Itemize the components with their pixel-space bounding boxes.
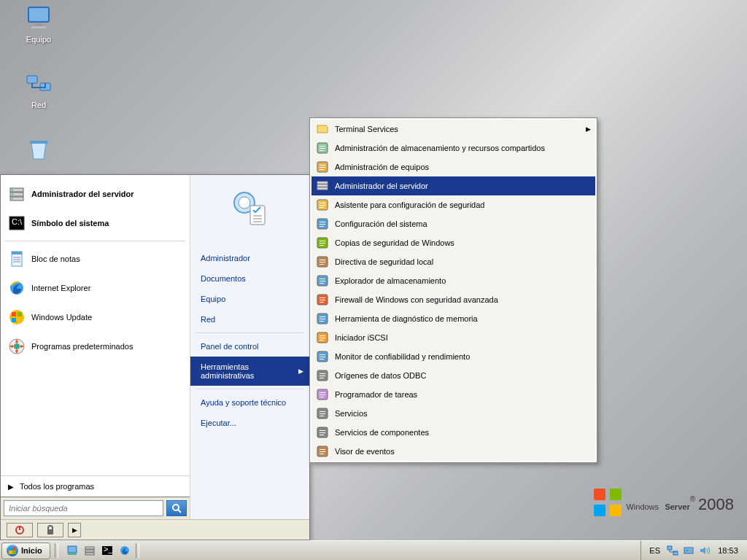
svg-text:C:\: C:\ [12,217,23,226]
submenu-item-label: Configuración del sistema [335,219,427,228]
quick-launch-command-prompt[interactable]: >_ [99,542,115,559]
svg-rect-2 [31,26,46,28]
submenu-item-task-scheduler[interactable]: Programador de tareas [311,385,595,404]
task-scheduler-icon [316,388,329,401]
all-programs[interactable]: ▶ Todos los programas [1,475,190,497]
tray-network-icon[interactable] [667,545,678,556]
right-run[interactable]: Ejecutar... [190,413,309,433]
notepad-icon [8,250,26,268]
submenu-item-memory-diag[interactable]: Herramienta de diagnóstico de memoria [311,309,595,328]
svg-rect-44 [320,167,325,168]
svg-rect-55 [320,224,325,225]
svg-rect-63 [320,262,325,262]
svg-rect-52 [320,207,324,208]
iscsi-initiator-icon [316,331,329,344]
pinned-internet-explorer[interactable]: Internet Explorer [4,273,187,303]
submenu-item-component-services[interactable]: Servicios de componentes [311,423,595,442]
svg-point-26 [14,343,20,349]
svg-rect-96 [320,416,324,416]
language-indicator[interactable]: ES [647,546,662,555]
desktop-icon-network[interactable]: Red [13,69,64,109]
shutdown-menu-button[interactable]: ▶ [68,523,81,537]
svg-rect-76 [320,321,324,322]
lock-button[interactable] [37,523,63,537]
submenu-item-system-config[interactable]: Configuración del sistema [311,214,595,233]
submenu-item-event-viewer[interactable]: Visor de eventos [311,442,595,461]
submenu-arrow-icon: ▶ [298,368,303,375]
right-network[interactable]: Red [190,309,309,330]
svg-rect-51 [320,205,325,206]
start-search-input[interactable] [4,500,163,516]
desktop-icon-label: Equipo [26,35,51,44]
quick-launch-show-desktop[interactable] [64,542,80,559]
svg-rect-24 [18,318,22,322]
submenu-item-odbc-sources[interactable]: Orígenes de datos ODBC [311,366,595,385]
svg-rect-107 [85,547,94,549]
admin-tools-submenu: Terminal Services▶Administración de alma… [309,117,597,463]
right-control-panel[interactable]: Panel de control [190,336,309,357]
power-button[interactable] [7,523,33,537]
submenu-item-security-config-wizard[interactable]: Asistente para configuración de segurida… [311,195,595,214]
svg-rect-104 [320,454,324,454]
right-admin-tools[interactable]: Herramientas administrativas ▶ [190,357,309,386]
svg-rect-91 [320,394,325,395]
svg-rect-74 [320,316,325,317]
svg-rect-43 [320,165,325,166]
submenu-item-reliability-perf[interactable]: Monitor de confiabilidad y rendimiento [311,347,595,366]
taskbar: Inicio >_ ES 18:53 [0,540,747,560]
svg-rect-98 [320,430,325,431]
submenu-item-storage-share-mgmt[interactable]: Administración de almacenamiento y recur… [311,139,595,158]
right-user[interactable]: Administrador [190,248,309,268]
right-documents[interactable]: Documentos [190,268,309,289]
submenu-item-services[interactable]: Servicios [311,404,595,423]
svg-rect-46 [317,182,328,184]
tray-volume-icon[interactable] [699,545,711,556]
submenu-item-local-sec-policy[interactable]: Directiva de seguridad local [311,252,595,271]
pinned-default-programs[interactable]: Programas predeterminados [4,332,187,361]
recycle-bin-icon [24,134,53,163]
taskbar-separator [136,543,139,558]
start-button[interactable]: Inicio [1,542,50,559]
admin-tools-large-icon [230,188,271,229]
pinned-server-manager[interactable]: Administrador del servidor [4,179,187,209]
submenu-item-label: Copias de seguridad de Windows [335,238,454,247]
svg-rect-90 [320,392,325,393]
svg-point-9 [12,190,13,191]
svg-rect-23 [12,318,16,322]
submenu-item-windows-firewall-adv[interactable]: Firewall de Windows con seguridad avanza… [311,290,595,309]
pinned-notepad[interactable]: Bloc de notas [4,244,187,273]
submenu-item-iscsi-initiator[interactable]: Iniciador iSCSI [311,328,595,347]
svg-rect-72 [320,302,324,303]
submenu-item-label: Iniciador iSCSI [335,333,388,342]
quick-launch-internet-explorer[interactable] [117,542,133,559]
pinned-command-prompt[interactable]: C:\ Símbolo del sistema [4,209,187,238]
svg-point-117 [689,550,692,552]
start-menu: Administrador del servidor C:\ Símbolo d… [0,174,310,540]
start-search-button[interactable] [166,500,187,516]
tray-network-activity-icon[interactable] [683,545,694,556]
svg-rect-106 [68,553,77,555]
submenu-item-server-manager[interactable]: Administrador del servidor [311,176,595,195]
svg-rect-83 [320,357,325,357]
quick-launch-server-manager[interactable] [82,542,98,559]
submenu-item-windows-backup[interactable]: Copias de seguridad de Windows [311,233,595,252]
local-sec-policy-icon [316,255,329,268]
svg-rect-92 [320,397,324,397]
right-help[interactable]: Ayuda y soporte técnico [190,392,309,413]
all-programs-arrow-icon: ▶ [8,483,14,491]
submenu-item-label: Explorador de almacenamiento [335,276,446,285]
pinned-label: Símbolo del sistema [31,219,109,228]
pinned-windows-update[interactable]: Windows Update [4,303,187,332]
submenu-item-terminal-services[interactable]: Terminal Services▶ [311,120,595,139]
desktop-icon-computer[interactable]: Equipo [13,3,64,44]
submenu-item-storage-explorer[interactable]: Explorador de almacenamiento [311,271,595,290]
svg-rect-56 [320,226,324,227]
separator [196,332,303,333]
svg-rect-58 [320,241,325,241]
computer-icon [24,3,53,32]
right-computer[interactable]: Equipo [190,289,309,309]
tray-clock[interactable]: 18:53 [715,546,741,555]
svg-rect-108 [85,550,94,552]
submenu-item-computer-mgmt[interactable]: Administración de equipos [311,158,595,176]
desktop-icon-recycle-bin[interactable] [13,134,64,166]
